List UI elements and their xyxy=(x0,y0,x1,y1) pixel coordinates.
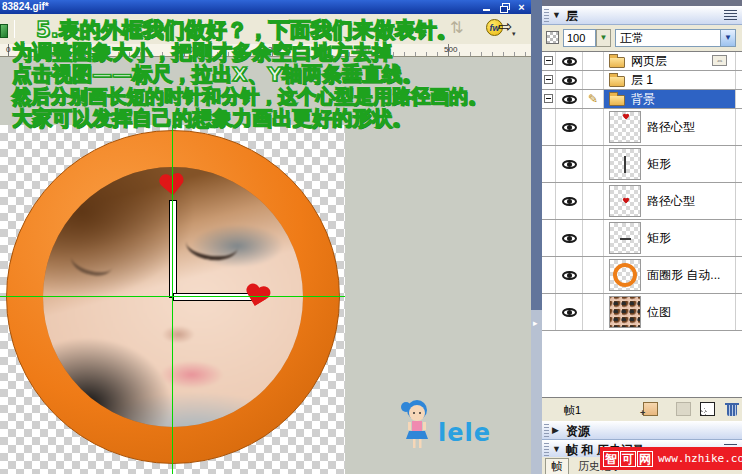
document-titlebar: 83824.gif* × xyxy=(0,0,531,14)
layer-object-label: 矩形 xyxy=(647,156,671,173)
layer-object-row[interactable]: 路径心型 xyxy=(542,109,742,146)
splitter-collapse-icon[interactable]: ▸ xyxy=(533,318,538,328)
export-arrow-icon: ⇨ xyxy=(498,17,512,37)
folder-icon xyxy=(609,76,625,87)
visibility-eye-icon[interactable] xyxy=(562,123,577,132)
opacity-slider-icon[interactable]: ▼ xyxy=(596,29,611,47)
layer-folder-label: 网页层 xyxy=(631,53,667,70)
horizontal-guide-line[interactable] xyxy=(0,296,345,297)
weblayer-badge-icon: ⇔ xyxy=(712,55,727,66)
lele-watermark: lele xyxy=(398,397,498,461)
toolbar-left-icon[interactable] xyxy=(0,24,8,38)
delete-layer-icon[interactable] xyxy=(725,402,740,416)
minimize-button-icon[interactable] xyxy=(482,2,493,13)
visibility-eye-icon[interactable] xyxy=(562,95,577,104)
dropdown-arrow-icon[interactable]: ▼ xyxy=(720,30,735,46)
layer-folder-row-weblayer[interactable]: 网页层 ⇔ xyxy=(542,52,742,71)
folder-icon xyxy=(609,95,625,106)
clock-hour-hand[interactable] xyxy=(169,200,177,298)
new-bitmap-icon[interactable] xyxy=(700,402,715,416)
close-button-icon[interactable]: × xyxy=(516,2,527,13)
layer-object-label: 位图 xyxy=(647,304,671,321)
vertical-guide-line[interactable] xyxy=(172,125,173,474)
visibility-eye-icon[interactable] xyxy=(562,308,577,317)
fireworks-app-window: 83824.gif* × ⇅ fw ⇨ ▾ 0 100 200 300 400 … xyxy=(0,0,742,474)
layer-options-row: 100 ▼ 正常 ▼ xyxy=(542,25,742,51)
watermark-brand-char: 网 xyxy=(637,451,653,467)
layer-object-label: 路径心型 xyxy=(647,119,695,136)
panel-splitter[interactable]: ▸ xyxy=(531,0,542,474)
visibility-eye-icon[interactable] xyxy=(562,271,577,280)
visibility-eye-icon[interactable] xyxy=(562,160,577,169)
layer-folder-row-layer1[interactable]: 层 1 xyxy=(542,71,742,90)
panel-grip-icon[interactable] xyxy=(544,443,549,456)
layer-thumbnail xyxy=(609,148,641,180)
layers-panel-header[interactable]: ▼ 层 xyxy=(542,6,742,25)
visibility-eye-icon[interactable] xyxy=(562,57,577,66)
layer-folder-label: 层 1 xyxy=(631,72,653,89)
panel-grip-icon[interactable] xyxy=(544,9,549,22)
site-watermark: 智 可 网 www.hzhike.com xyxy=(600,447,742,470)
expand-toggle-icon[interactable] xyxy=(544,75,553,84)
heart-thumb-icon xyxy=(623,114,630,120)
watermark-url: www.hzhike.com xyxy=(658,452,742,465)
assets-panel-title: 资源 xyxy=(566,422,590,440)
layer-thumbnail xyxy=(609,296,641,328)
layer-object-label: 路径心型 xyxy=(647,193,695,210)
visibility-eye-icon[interactable] xyxy=(562,76,577,85)
document-window: 83824.gif* × ⇅ fw ⇨ ▾ 0 100 200 300 400 … xyxy=(0,0,531,474)
annotation-line-5: 大家可以发挥自己的想象力画出更好的形状。 xyxy=(12,105,412,132)
disabled-action-icon xyxy=(676,402,691,416)
layer-thumbnail xyxy=(609,222,641,254)
panel-grip-icon[interactable] xyxy=(544,424,549,437)
layer-object-label: 面圈形 自动... xyxy=(647,267,720,284)
expand-toggle-icon[interactable] xyxy=(544,56,553,65)
layer-object-label: 矩形 xyxy=(647,230,671,247)
pencil-edit-icon: ✎ xyxy=(588,92,598,106)
layer-object-row[interactable]: 路径心型 xyxy=(542,183,742,220)
layer-thumbnail xyxy=(609,185,641,217)
panel-dock: ▼ 层 100 ▼ 正常 ▼ 网页层 ⇔ xyxy=(542,0,742,474)
opacity-checker-icon xyxy=(546,31,559,44)
visibility-eye-icon[interactable] xyxy=(562,234,577,243)
watermark-brand-char: 智 xyxy=(603,451,619,467)
ruler-tick-label: 500 xyxy=(444,45,457,54)
document-title: 83824.gif* xyxy=(2,1,49,12)
layer-object-row[interactable]: 位图 xyxy=(542,294,742,331)
visibility-eye-icon[interactable] xyxy=(562,197,577,206)
window-buttons: × xyxy=(482,1,527,13)
export-caret-icon: ▾ xyxy=(512,30,516,38)
lele-girl-illustration xyxy=(398,397,436,453)
collapse-caret-icon: ▼ xyxy=(552,6,561,24)
assets-panel-header[interactable]: ▶ 资源 xyxy=(542,421,742,440)
blend-mode-value: 正常 xyxy=(620,31,644,45)
lele-logo-text: lele xyxy=(438,419,491,447)
splitter-lower-track xyxy=(531,310,542,474)
blend-mode-select[interactable]: 正常 ▼ xyxy=(615,29,736,47)
folder-icon xyxy=(609,57,625,68)
canvas[interactable] xyxy=(0,125,345,474)
layer-thumbnail xyxy=(609,259,641,291)
layer-object-row[interactable]: 矩形 xyxy=(542,220,742,257)
quick-export-button[interactable]: fw ⇨ ▾ xyxy=(486,17,526,41)
opacity-input[interactable]: 100 xyxy=(563,29,596,47)
layer-object-row[interactable]: 面圈形 自动... xyxy=(542,257,742,294)
collapse-caret-icon: ▼ xyxy=(552,440,561,458)
layer-list: 网页层 ⇔ 层 1 ✎ 背 xyxy=(542,51,742,397)
layer-folder-label: 背景 xyxy=(631,91,655,108)
expand-toggle-icon[interactable] xyxy=(544,94,553,103)
panel-menu-icon[interactable] xyxy=(724,10,737,20)
layers-status-bar: 帧1 xyxy=(542,397,742,420)
layers-panel-title: 层 xyxy=(566,7,578,25)
layer-thumbnail xyxy=(609,111,641,143)
watermark-brand-char: 可 xyxy=(620,451,636,467)
layer-folder-row-background[interactable]: ✎ 背景 xyxy=(542,90,742,109)
toolbar-separator xyxy=(14,20,15,38)
restore-button-icon[interactable] xyxy=(499,2,510,13)
tab-frames[interactable]: 帧 xyxy=(545,458,569,474)
frame-status-label: 帧1 xyxy=(564,403,581,418)
new-layer-folder-icon[interactable] xyxy=(643,402,658,416)
heart-thumb-icon xyxy=(623,198,630,204)
layer-object-row[interactable]: 矩形 xyxy=(542,146,742,183)
ruler-tick-label: 0 xyxy=(6,45,10,54)
